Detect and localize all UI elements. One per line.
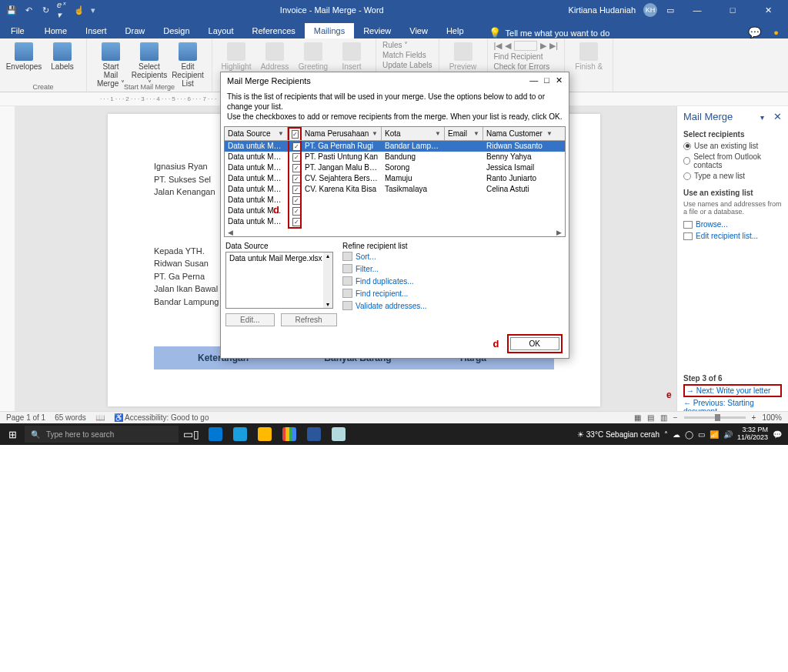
- tell-me-search[interactable]: 💡 Tell me what you want to do: [489, 27, 610, 38]
- close-icon[interactable]: ✕: [773, 111, 782, 122]
- radio-new-list[interactable]: Type a new list: [683, 172, 782, 180]
- find-recipient-link[interactable]: Find recipient...: [342, 289, 564, 298]
- tab-design[interactable]: Design: [154, 23, 199, 38]
- undo-icon[interactable]: ↶: [23, 5, 34, 15]
- taskbar-app[interactable]: [329, 425, 348, 443]
- vertical-ruler[interactable]: [0, 106, 15, 420]
- start-mail-merge-button[interactable]: Start Mail Merge ˅: [93, 41, 129, 89]
- table-row[interactable]: Data untuk Mail ...✓PT. Pasti Untung Kan…: [225, 152, 565, 162]
- accessibility-status[interactable]: ♿ Accessibility: Good to go: [114, 413, 209, 422]
- tab-insert[interactable]: Insert: [76, 23, 116, 38]
- print-layout-icon[interactable]: ▤: [647, 413, 654, 422]
- tab-layout[interactable]: Layout: [199, 23, 243, 38]
- taskbar-search[interactable]: 🔍 Type here to search: [25, 426, 179, 443]
- tab-draw[interactable]: Draw: [116, 23, 155, 38]
- table-row[interactable]: Data untuk Mail ...✓PT. Jangan Malu Bisn…: [225, 162, 565, 173]
- cell-checkbox[interactable]: ✓: [288, 206, 302, 216]
- start-button[interactable]: ⊞: [0, 429, 25, 440]
- user-name[interactable]: Kirtiana Hudaniah: [569, 5, 636, 15]
- equation-icon[interactable]: eˣ ▾: [57, 5, 68, 15]
- dialog-close-icon[interactable]: ✕: [556, 75, 563, 85]
- select-recipients-button[interactable]: Select Recipients ˅: [132, 41, 167, 89]
- table-row[interactable]: Data untuk Mail ...✓CV. Karena Kita Bisa…: [225, 184, 565, 195]
- page-indicator[interactable]: Page 1 of 1: [6, 413, 45, 422]
- sort-link[interactable]: Sort...: [342, 252, 564, 261]
- redo-icon[interactable]: ↻: [40, 5, 51, 15]
- cell-checkbox[interactable]: ✓: [288, 195, 302, 206]
- ribbon-options-icon[interactable]: ▭: [665, 5, 676, 15]
- volume-icon[interactable]: 🔊: [723, 430, 733, 439]
- taskbar-app[interactable]: [206, 425, 225, 443]
- validate-link[interactable]: Validate addresses...: [342, 301, 564, 310]
- zoom-in-icon[interactable]: +: [752, 413, 756, 422]
- task-view-icon[interactable]: ▭▯: [182, 425, 200, 443]
- taskbar-app[interactable]: [280, 425, 299, 443]
- cell-checkbox[interactable]: ✓: [288, 216, 302, 229]
- ok-button[interactable]: OK: [510, 337, 559, 350]
- radio-outlook[interactable]: Select from Outlook contacts: [683, 152, 782, 169]
- tab-file[interactable]: File: [0, 23, 35, 38]
- avatar[interactable]: KH: [643, 3, 657, 17]
- browse-link[interactable]: Browse...: [683, 220, 782, 229]
- tray-chevron-icon[interactable]: ˄: [664, 430, 668, 439]
- touch-icon[interactable]: ☝: [74, 5, 85, 15]
- taskbar-word-icon[interactable]: [305, 425, 323, 443]
- maximize-button[interactable]: □: [719, 0, 746, 20]
- save-icon[interactable]: 💾: [6, 5, 17, 15]
- battery-icon[interactable]: ▭: [698, 430, 705, 439]
- edit-recipient-list-button[interactable]: Edit Recipient List: [170, 41, 205, 89]
- web-layout-icon[interactable]: ▥: [660, 413, 667, 422]
- zoom-slider[interactable]: [684, 416, 746, 419]
- chevron-down-icon[interactable]: ▾: [760, 113, 764, 122]
- comments-icon[interactable]: ●: [773, 28, 779, 37]
- th-data-source[interactable]: Data Source▼: [225, 127, 288, 140]
- taskbar-app[interactable]: [255, 425, 274, 443]
- tab-home[interactable]: Home: [35, 23, 76, 38]
- th-email[interactable]: Email▼: [445, 127, 483, 140]
- cell-checkbox[interactable]: ✓: [288, 141, 302, 152]
- table-row[interactable]: Data untuk Mail ...✓CV. Sejahtera Bersam…: [225, 173, 565, 184]
- dialog-maximize-icon[interactable]: □: [544, 75, 549, 85]
- filter-link[interactable]: Filter...: [342, 264, 564, 273]
- cell-checkbox[interactable]: ✓: [288, 162, 302, 173]
- edit-button[interactable]: Edit...: [225, 313, 275, 326]
- table-row[interactable]: Data untuk Mail ...✓: [225, 216, 565, 229]
- cell-checkbox[interactable]: ✓: [288, 152, 302, 162]
- close-button[interactable]: ✕: [754, 0, 782, 20]
- table-row[interactable]: Data untuk Mail ...✓PT. Ga Pernah RugiBa…: [225, 141, 565, 152]
- tab-review[interactable]: Review: [354, 23, 400, 38]
- refresh-button[interactable]: Refresh: [281, 313, 337, 326]
- data-source-item[interactable]: Data untuk Mail Merge.xlsx: [229, 254, 322, 262]
- zoom-out-icon[interactable]: −: [673, 413, 678, 422]
- weather-widget[interactable]: ☀ 33°C Sebagian cerah: [577, 430, 659, 439]
- radio-existing-list[interactable]: Use an existing list: [683, 142, 782, 150]
- clock[interactable]: 3:32 PM 11/6/2023: [737, 426, 768, 442]
- th-nama-customer[interactable]: Nama Customer▼: [483, 127, 556, 140]
- th-kota[interactable]: Kota▼: [382, 127, 445, 140]
- tray-icon[interactable]: ◯: [685, 430, 693, 439]
- language-icon[interactable]: 📖: [95, 413, 105, 422]
- tab-help[interactable]: Help: [437, 23, 473, 38]
- share-icon[interactable]: 💬: [748, 26, 761, 38]
- cell-checkbox[interactable]: ✓: [288, 184, 302, 195]
- word-count[interactable]: 65 words: [55, 413, 86, 422]
- notifications-icon[interactable]: 💬: [773, 430, 782, 439]
- th-nama-perusahaan[interactable]: Nama Perusahaan▼: [302, 127, 382, 140]
- tab-view[interactable]: View: [400, 23, 437, 38]
- dialog-minimize-icon[interactable]: —: [529, 75, 538, 85]
- find-duplicates-link[interactable]: Find duplicates...: [342, 276, 564, 286]
- table-scrollbar[interactable]: ◀▶: [225, 229, 565, 236]
- read-mode-icon[interactable]: ▦: [634, 413, 641, 422]
- labels-button[interactable]: Labels: [45, 41, 80, 72]
- envelopes-button[interactable]: Envelopes: [6, 41, 42, 72]
- th-checkbox[interactable]: ✓: [288, 127, 302, 140]
- cell-checkbox[interactable]: ✓: [288, 173, 302, 184]
- data-source-listbox[interactable]: Data untuk Mail Merge.xlsx ▴▾: [225, 252, 333, 309]
- mm-next-link[interactable]: → Next: Write your letter: [683, 384, 782, 397]
- onedrive-icon[interactable]: ☁: [673, 430, 680, 439]
- edit-list-link[interactable]: Edit recipient list...: [683, 232, 782, 240]
- minimize-button[interactable]: —: [683, 0, 711, 20]
- wifi-icon[interactable]: 📶: [710, 430, 719, 439]
- taskbar-app[interactable]: [231, 425, 249, 443]
- zoom-level[interactable]: 100%: [762, 413, 782, 422]
